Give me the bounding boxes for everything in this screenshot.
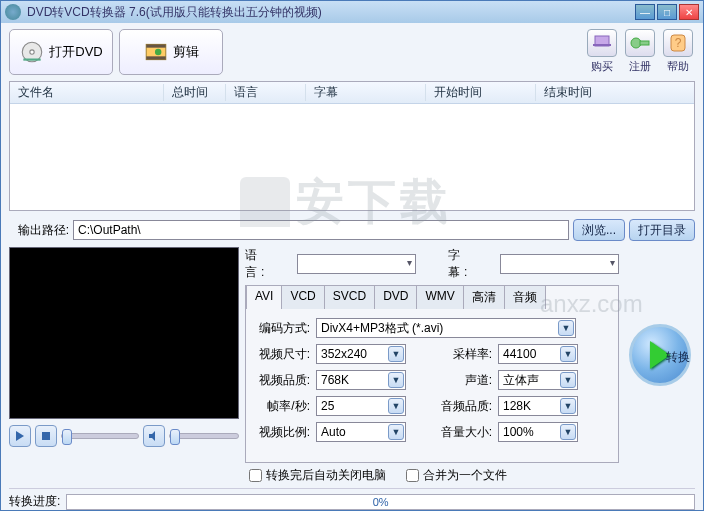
edit-label: 剪辑 [173, 43, 199, 61]
stop-icon [41, 431, 51, 441]
titlebar: DVD转VCD转换器 7.6(试用版只能转换出五分钟的视频) — □ ✕ [1, 1, 703, 23]
open-dvd-label: 打开DVD [49, 43, 102, 61]
chevron-down-icon: ▼ [388, 398, 404, 414]
tab-hd[interactable]: 高清 [463, 285, 505, 309]
sample-rate-label: 采样率: [438, 346, 492, 363]
output-path-input[interactable] [73, 220, 569, 240]
chevron-down-icon: ▼ [560, 398, 576, 414]
chevron-down-icon: ▼ [388, 346, 404, 362]
output-path-label: 输出路径: [9, 222, 69, 239]
tab-dvd[interactable]: DVD [374, 285, 417, 309]
svg-text:?: ? [675, 36, 682, 50]
col-duration[interactable]: 总时间 [164, 84, 226, 101]
minimize-button[interactable]: — [635, 4, 655, 20]
speaker-icon [148, 431, 160, 441]
language-label: 语 言: [245, 247, 291, 281]
convert-label: 转换 [666, 349, 690, 366]
encoder-label: 编码方式: [256, 320, 310, 337]
tab-svcd[interactable]: SVCD [324, 285, 375, 309]
tab-audio[interactable]: 音频 [504, 285, 546, 309]
video-quality-combo[interactable]: 768K▼ [316, 370, 406, 390]
col-subtitle[interactable]: 字幕 [306, 84, 426, 101]
app-icon [5, 4, 21, 20]
chevron-down-icon: ▼ [560, 346, 576, 362]
subtitle-combo[interactable] [500, 254, 619, 274]
progress-bar: 0% [66, 494, 695, 510]
buy-button[interactable]: 购买 [585, 29, 619, 74]
video-size-label: 视频尺寸: [256, 346, 310, 363]
seek-slider[interactable] [61, 433, 139, 439]
cart-icon [592, 34, 612, 52]
volume-slider[interactable] [169, 433, 239, 439]
volume-button[interactable] [143, 425, 165, 447]
play-icon [15, 431, 25, 441]
fps-combo[interactable]: 25▼ [316, 396, 406, 416]
shutdown-checkbox[interactable]: 转换完后自动关闭电脑 [249, 467, 386, 484]
fps-label: 帧率/秒: [256, 398, 310, 415]
stop-button[interactable] [35, 425, 57, 447]
col-filename[interactable]: 文件名 [10, 84, 164, 101]
chevron-down-icon: ▼ [388, 372, 404, 388]
help-icon: ? [668, 34, 688, 52]
edit-button[interactable]: 剪辑 [119, 29, 223, 75]
svg-rect-7 [593, 44, 611, 46]
browse-button[interactable]: 浏览... [573, 219, 625, 241]
svg-rect-3 [146, 44, 166, 47]
open-dir-button[interactable]: 打开目录 [629, 219, 695, 241]
help-button[interactable]: ? 帮助 [661, 29, 695, 74]
audio-quality-label: 音频品质: [438, 398, 492, 415]
ratio-label: 视频比例: [256, 424, 310, 441]
col-start[interactable]: 开始时间 [426, 84, 536, 101]
col-language[interactable]: 语言 [226, 84, 306, 101]
col-end[interactable]: 结束时间 [536, 84, 694, 101]
sample-rate-combo[interactable]: 44100▼ [498, 344, 578, 364]
tab-avi[interactable]: AVI [246, 285, 282, 309]
svg-rect-4 [146, 56, 166, 59]
volume-label: 音量大小: [438, 424, 492, 441]
volume-combo[interactable]: 100%▼ [498, 422, 578, 442]
file-list-table[interactable]: 文件名 总时间 语言 字幕 开始时间 结束时间 [9, 81, 695, 211]
subtitle-label: 字 幕: [448, 247, 494, 281]
window-title: DVD转VCD转换器 7.6(试用版只能转换出五分钟的视频) [27, 4, 635, 21]
svg-point-5 [155, 49, 162, 56]
chevron-down-icon: ▼ [560, 424, 576, 440]
chevron-down-icon: ▼ [558, 320, 574, 336]
encoder-combo[interactable]: DivX4+MP3格式 (*.avi)▼ [316, 318, 576, 338]
language-combo[interactable] [297, 254, 416, 274]
key-icon [630, 34, 650, 52]
channel-label: 声道: [438, 372, 492, 389]
svg-rect-12 [42, 432, 50, 440]
video-quality-label: 视频品质: [256, 372, 310, 389]
open-dvd-button[interactable]: 打开DVD [9, 29, 113, 75]
progress-label: 转换进度: [9, 493, 60, 510]
filmstrip-icon [143, 39, 169, 65]
svg-rect-9 [640, 41, 649, 45]
svg-point-1 [30, 50, 34, 54]
chevron-down-icon: ▼ [388, 424, 404, 440]
ratio-combo[interactable]: Auto▼ [316, 422, 406, 442]
register-button[interactable]: 注册 [623, 29, 657, 74]
table-header: 文件名 总时间 语言 字幕 开始时间 结束时间 [10, 82, 694, 104]
play-button[interactable] [9, 425, 31, 447]
audio-quality-combo[interactable]: 128K▼ [498, 396, 578, 416]
tab-wmv[interactable]: WMV [416, 285, 463, 309]
close-button[interactable]: ✕ [679, 4, 699, 20]
merge-checkbox[interactable]: 合并为一个文件 [406, 467, 507, 484]
video-preview [9, 247, 239, 419]
channel-combo[interactable]: 立体声▼ [498, 370, 578, 390]
convert-button[interactable]: 转换 [629, 324, 691, 386]
chevron-down-icon: ▼ [560, 372, 576, 388]
dvd-icon [19, 39, 45, 65]
maximize-button[interactable]: □ [657, 4, 677, 20]
video-size-combo[interactable]: 352x240▼ [316, 344, 406, 364]
tab-vcd[interactable]: VCD [281, 285, 324, 309]
